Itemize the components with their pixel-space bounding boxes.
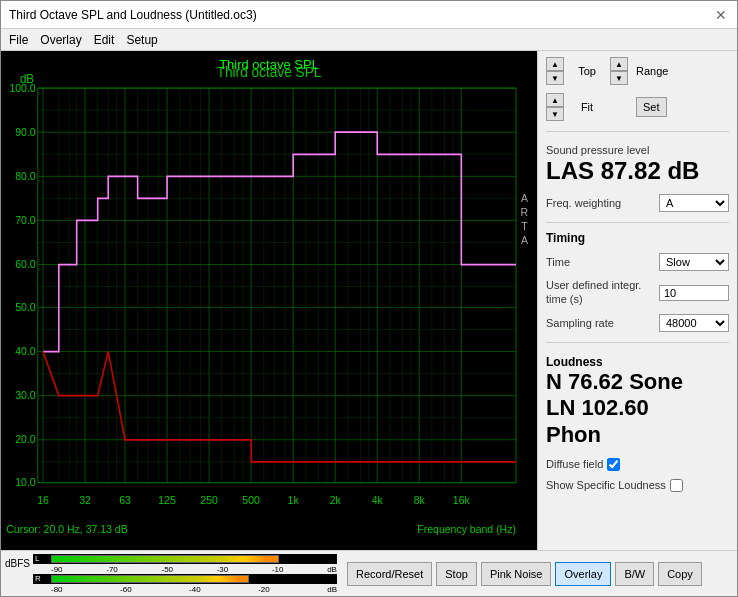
meter-top-row: dBFS L -90 -70 -50 -30 -10 dB [5, 554, 337, 574]
svg-text:2k: 2k [330, 493, 342, 506]
meter-section: dBFS L -90 -70 -50 -30 -10 dB [1, 552, 341, 596]
close-button[interactable]: ✕ [713, 7, 729, 23]
sampling-rate-select[interactable]: 48000 44100 96000 [659, 314, 729, 332]
svg-text:1k: 1k [288, 493, 300, 506]
loudness-phon-label: Phon [546, 422, 729, 448]
main-window: Third Octave SPL and Loudness (Untitled.… [0, 0, 738, 597]
loudness-section: Loudness N 76.62 Sone LN 102.60 Phon [546, 355, 729, 448]
user-defined-label: User defined integr. time (s) [546, 279, 659, 305]
svg-text:30.0: 30.0 [15, 389, 35, 402]
svg-text:Frequency band (Hz): Frequency band (Hz) [417, 522, 516, 535]
show-specific-label: Show Specific Loudness [546, 479, 666, 491]
right-panel: ▲ ▼ Top ▲ ▼ Range ▲ ▼ Fit Set [537, 51, 737, 550]
sampling-rate-row: Sampling rate 48000 44100 96000 [546, 314, 729, 332]
range-up-button[interactable]: ▲ [610, 57, 628, 71]
svg-text:40.0: 40.0 [15, 345, 35, 358]
copy-button[interactable]: Copy [658, 562, 702, 586]
top-nav-group: ▲ ▼ [546, 57, 564, 85]
user-defined-input[interactable] [659, 285, 729, 301]
svg-text:250: 250 [200, 493, 218, 506]
svg-text:16: 16 [37, 493, 49, 506]
main-content: Third octave SPL dB Third octave SPL A R… [1, 51, 737, 550]
svg-text:60.0: 60.0 [15, 258, 35, 271]
L-label: L [35, 554, 39, 563]
stop-button[interactable]: Stop [436, 562, 477, 586]
fit-nav-group: ▲ ▼ [546, 93, 564, 121]
pink-noise-button[interactable]: Pink Noise [481, 562, 552, 586]
fit-set-row: ▲ ▼ Fit Set [546, 91, 729, 123]
loudness-ln-value: LN 102.60 [546, 395, 729, 421]
diffuse-field-checkbox[interactable] [607, 458, 620, 471]
action-buttons: Record/Reset Stop Pink Noise Overlay B/W… [341, 558, 708, 590]
title-bar: Third Octave SPL and Loudness (Untitled.… [1, 1, 737, 29]
meter-scale-R: R -80 -60 -40 -20 dB [33, 574, 337, 594]
meter-scale-L: L -90 -70 -50 -30 -10 dB [33, 554, 337, 574]
svg-text:50.0: 50.0 [15, 300, 35, 313]
dbfs-label: dBFS [5, 558, 33, 569]
svg-text:Cursor:  20.0 Hz, 37.13 dB: Cursor: 20.0 Hz, 37.13 dB [6, 522, 127, 535]
svg-text:16k: 16k [453, 493, 470, 506]
range-down-button[interactable]: ▼ [610, 71, 628, 85]
meter-bottom-row: R -80 -60 -40 -20 dB [5, 574, 337, 594]
loudness-label: Loudness [546, 355, 729, 369]
top-label: Top [572, 65, 602, 77]
menu-overlay[interactable]: Overlay [40, 33, 81, 47]
svg-rect-0 [1, 51, 537, 550]
svg-text:20.0: 20.0 [15, 433, 35, 446]
chart-svg: dB Third octave SPL A R T A [1, 51, 537, 550]
chart-area: Third octave SPL dB Third octave SPL A R… [1, 51, 537, 550]
sampling-rate-label: Sampling rate [546, 317, 659, 329]
freq-weighting-row: Freq. weighting A C Z [546, 194, 729, 212]
time-label: Time [546, 256, 659, 268]
freq-weighting-select[interactable]: A C Z [659, 194, 729, 212]
diffuse-field-label: Diffuse field [546, 458, 603, 470]
fit-up-button[interactable]: ▲ [546, 93, 564, 107]
freq-weighting-label: Freq. weighting [546, 197, 659, 209]
show-specific-checkbox[interactable] [670, 479, 683, 492]
spl-section-label: Sound pressure level [546, 144, 729, 156]
window-title: Third Octave SPL and Loudness (Untitled.… [9, 8, 257, 22]
svg-text:A: A [521, 233, 529, 246]
svg-text:80.0: 80.0 [15, 169, 35, 182]
menu-setup[interactable]: Setup [126, 33, 157, 47]
menu-file[interactable]: File [9, 33, 28, 47]
svg-text:R: R [521, 205, 529, 218]
svg-text:63: 63 [119, 493, 131, 506]
loudness-n-value: N 76.62 Sone [546, 369, 729, 395]
record-reset-button[interactable]: Record/Reset [347, 562, 432, 586]
svg-text:32: 32 [79, 493, 91, 506]
user-defined-row: User defined integr. time (s) [546, 279, 729, 305]
time-select[interactable]: Slow Fast Impulse [659, 253, 729, 271]
nav-controls: ▲ ▼ Top ▲ ▼ Range [546, 55, 729, 87]
diffuse-field-row: Diffuse field [546, 458, 729, 471]
svg-text:A: A [521, 191, 529, 204]
chart-title: Third octave SPL [219, 53, 319, 72]
svg-text:8k: 8k [414, 493, 426, 506]
top-up-button[interactable]: ▲ [546, 57, 564, 71]
svg-text:70.0: 70.0 [15, 213, 35, 226]
menu-edit[interactable]: Edit [94, 33, 115, 47]
overlay-button[interactable]: Overlay [555, 562, 611, 586]
time-row: Time Slow Fast Impulse [546, 253, 729, 271]
set-button[interactable]: Set [636, 97, 667, 117]
fit-down-button[interactable]: ▼ [546, 107, 564, 121]
svg-text:125: 125 [158, 493, 176, 506]
top-down-button[interactable]: ▼ [546, 71, 564, 85]
svg-text:90.0: 90.0 [15, 125, 35, 138]
bottom-bar: dBFS L -90 -70 -50 -30 -10 dB [1, 550, 737, 596]
spl-section: Sound pressure level LAS 87.82 dB [546, 144, 729, 184]
menu-bar: File Overlay Edit Setup [1, 29, 737, 51]
svg-text:T: T [521, 219, 528, 232]
spl-value: LAS 87.82 dB [546, 158, 729, 184]
timing-label: Timing [546, 231, 729, 245]
fit-label: Fit [572, 101, 602, 113]
range-label: Range [636, 65, 668, 77]
svg-text:100.0: 100.0 [9, 81, 35, 94]
range-nav-group: ▲ ▼ [610, 57, 628, 85]
bw-button[interactable]: B/W [615, 562, 654, 586]
svg-text:500: 500 [242, 493, 260, 506]
R-label: R [35, 574, 41, 583]
svg-text:10.0: 10.0 [15, 476, 35, 489]
show-specific-row: Show Specific Loudness [546, 479, 729, 492]
svg-text:4k: 4k [372, 493, 384, 506]
